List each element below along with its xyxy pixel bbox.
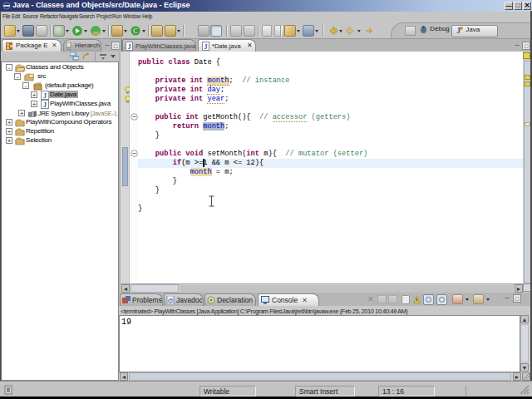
svg-text:J: J [43, 92, 47, 100]
svg-text:C: C [133, 27, 137, 35]
svg-text:J: J [43, 101, 47, 109]
svg-text:J: J [204, 43, 208, 51]
svg-text:@: @ [167, 298, 173, 303]
svg-text:J: J [456, 26, 461, 35]
svg-text:J: J [128, 43, 131, 51]
